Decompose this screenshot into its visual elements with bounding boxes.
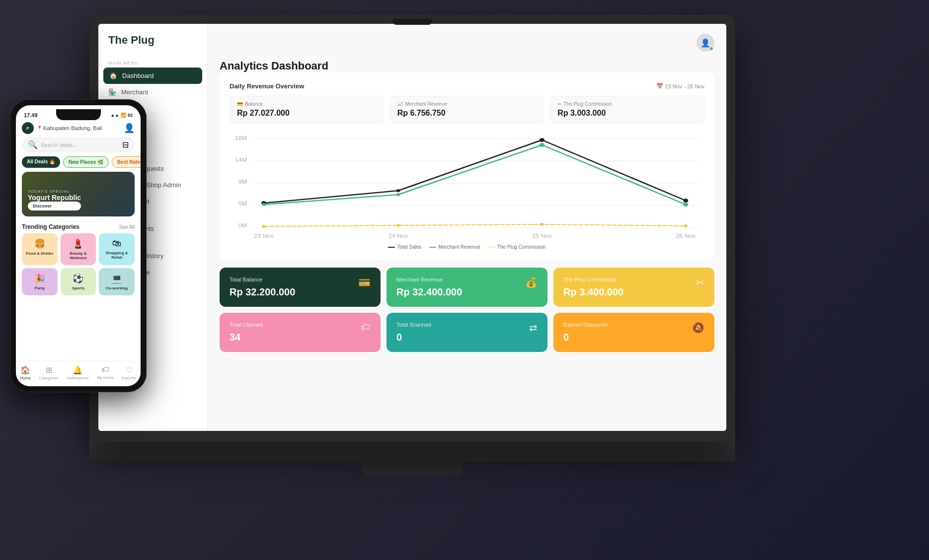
svg-text:26 Nov: 26 Nov (676, 233, 696, 239)
page-title: Analytics Dashboard (220, 60, 714, 72)
stat-icon-expired-discounts: 🔕 (692, 322, 704, 334)
svg-text:25 Nov: 25 Nov (532, 233, 552, 239)
bottom-nav: 🏠 Home ⊞ Categories 🔔 Notifications 🏷 My… (16, 361, 141, 386)
category-item-sports[interactable]: ⚽ Sports (61, 268, 96, 295)
dashboard-icon: 🏠 (109, 72, 117, 79)
dashboard-container: The Plug MAIN MENU 🏠 Dashboard 🏪 Merchan… (98, 24, 726, 431)
avatar[interactable]: 👤 (697, 34, 714, 52)
nav-item-my-deals[interactable]: 🏷 My Deals (97, 365, 113, 380)
stat-label-total-scanned: Total Scanned (396, 322, 431, 328)
stat-icon-total-scanned: ⇄ (529, 322, 538, 334)
trending-title: Trending Categories (22, 223, 79, 230)
svg-text:14M: 14M (235, 157, 247, 163)
metric-label-balance: 💳 Balance (237, 101, 377, 107)
category-item-party[interactable]: 🎉 Party (22, 268, 58, 295)
search-placeholder: Search deals... (41, 142, 77, 148)
phone-header: P Kabupaten Badung, Bali 👤 (16, 120, 141, 137)
my-deals-nav-icon: 🏷 (101, 365, 109, 374)
svg-text:9M: 9M (238, 179, 247, 185)
sidebar-item-merchant[interactable]: 🏪 Merchant (98, 84, 207, 100)
sidebar-label-merchant: Merchant (121, 88, 148, 96)
stat-icon-plug-commission: ✂ (696, 277, 704, 288)
nav-label-home: Home (20, 376, 31, 380)
tab-new-places[interactable]: New Places 🌿 (63, 156, 109, 168)
home-nav-icon: 🏠 (20, 365, 30, 375)
stat-value-total-balance: Rp 32.200.000 (230, 286, 295, 298)
svg-point-22 (262, 225, 266, 228)
commission-card-icon: ✂ (557, 101, 561, 107)
coworking-icon: 💻 (111, 273, 122, 284)
metric-label-commission: ✂ The Plug Commission (557, 101, 697, 107)
svg-point-23 (396, 224, 400, 227)
svg-text:5M: 5M (238, 201, 247, 207)
stat-label-total-claimed: Total Claimed (230, 322, 263, 328)
nav-item-favorite[interactable]: ♡ Favorite (122, 365, 137, 380)
total-sales-legend-dot (388, 247, 395, 248)
stat-value-merchant-revenue: Rp 32.400.000 (396, 286, 462, 298)
svg-point-16 (540, 138, 544, 142)
promo-title: Yogurt Republic (28, 194, 81, 202)
category-item-beauty[interactable]: 💄 Beauty & Wellness (61, 233, 96, 265)
filter-icon[interactable]: ⊟ (122, 140, 129, 149)
mobile-device: 17.49 ▲▲ 📶 82 P Kabupaten Badung, Bali 👤… (10, 99, 147, 392)
stat-card-plug-commission: The Plug Commission Rp 3.400.000 ✂ (553, 268, 714, 307)
shopping-icon: 🛍 (112, 238, 121, 249)
svg-point-17 (683, 199, 688, 203)
discover-button[interactable]: Discover (28, 202, 81, 210)
phone-avatar[interactable]: 👤 (124, 123, 135, 134)
metric-card-merchant-revenue: 📈 Merchant Revenue Rp 6.756.750 (390, 96, 544, 123)
laptop-device: The Plug MAIN MENU 🏠 Dashboard 🏪 Merchan… (89, 15, 735, 462)
stat-icon-total-claimed: 🏷 (361, 322, 371, 333)
sidebar-logo: The Plug (98, 34, 207, 57)
trending-header: Trending Categories See All (16, 220, 141, 233)
category-item-shopping[interactable]: 🛍 Shopping & Retail (99, 233, 135, 265)
svg-point-19 (396, 193, 400, 196)
laptop-stand (363, 462, 462, 477)
nav-item-notifications[interactable]: 🔔 Notifications (67, 365, 89, 380)
laptop-base (89, 442, 735, 462)
merchant-card-icon: 📈 (397, 101, 403, 107)
sidebar-label-dashboard: Dashboard (122, 72, 154, 79)
nav-label-categories: Categories (39, 376, 59, 380)
category-item-food[interactable]: 🍔 Food & Drinks (22, 233, 58, 265)
tab-best-rated[interactable]: Best Rated 🏆 (112, 156, 141, 168)
main-content: 👤 Analytics Dashboard Daily Revenue Over… (208, 24, 726, 431)
svg-text:24 Nov: 24 Nov (388, 233, 408, 239)
svg-text:18M: 18M (235, 136, 247, 141)
beauty-icon: 💄 (73, 238, 83, 249)
stat-label-plug-commission: The Plug Commission (563, 277, 623, 282)
category-item-coworking[interactable]: 💻 Co-working (99, 268, 135, 295)
metric-value-balance: Rp 27.027.000 (237, 109, 377, 118)
promo-banner: Today's Special Yogurt Republic Discover (22, 172, 135, 216)
notifications-nav-icon: 🔔 (73, 365, 82, 375)
stats-grid-row2: Total Claimed 34 🏷 Total Scanned 0 ⇄ (220, 313, 714, 352)
search-icon: 🔍 (28, 140, 38, 149)
category-label-coworking: Co-working (106, 286, 128, 290)
phone-time: 17.49 (24, 112, 38, 118)
sidebar-item-dashboard[interactable]: 🏠 Dashboard (103, 68, 202, 84)
svg-text:0M: 0M (238, 223, 247, 228)
tab-all-deals[interactable]: All Deals 🔥 (22, 156, 60, 168)
stat-card-merchant-revenue: Merchant Revenue Rp 32.400.000 💰 (387, 268, 547, 307)
stat-icon-merchant-revenue: 💰 (525, 277, 538, 288)
svg-text:23 Nov: 23 Nov (254, 233, 274, 239)
categories-grid: 🍔 Food & Drinks 💄 Beauty & Wellness 🛍 Sh… (16, 233, 141, 295)
search-bar[interactable]: 🔍 Search deals... ⊟ (22, 137, 135, 152)
stat-card-expired-discounts: Expired Discounts 0 🔕 (553, 313, 714, 352)
nav-item-categories[interactable]: ⊞ Categories (39, 365, 59, 380)
laptop-notch (392, 19, 432, 25)
nav-item-home[interactable]: 🏠 Home (20, 365, 31, 380)
stat-value-plug-commission: Rp 3.400.000 (563, 286, 623, 298)
food-icon: 🍔 (34, 238, 45, 249)
stat-label-expired-discounts: Expired Discounts (563, 322, 608, 328)
stat-value-expired-discounts: 0 (563, 332, 608, 343)
svg-point-20 (540, 143, 544, 147)
see-all-button[interactable]: See All (119, 224, 135, 230)
stat-icon-total-balance: 💳 (358, 277, 371, 288)
deal-tabs: All Deals 🔥 New Places 🌿 Best Rated 🏆 (16, 156, 141, 172)
stat-label-merchant-revenue: Merchant Revenue (396, 277, 462, 282)
svg-point-25 (684, 224, 688, 227)
phone-location: P Kabupaten Badung, Bali (22, 122, 102, 134)
category-label-shopping: Shopping & Retail (102, 251, 132, 260)
stats-grid-row1: Total Balance Rp 32.200.000 💳 Merchant R… (220, 268, 714, 307)
